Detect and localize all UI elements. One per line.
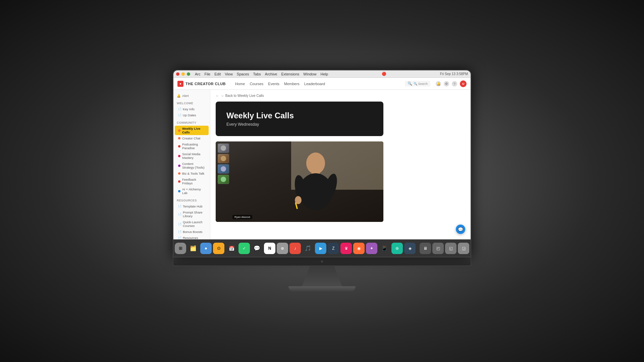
monitor-stand-base xyxy=(288,286,356,292)
menu-help[interactable]: Help xyxy=(320,72,328,76)
bell-icon[interactable]: 🔔 xyxy=(436,81,441,86)
content-area: ← ← Back to Weekly Live Calls Weekly Liv… xyxy=(210,90,471,239)
video-thumbnails xyxy=(218,143,229,184)
menu-archive[interactable]: Archive xyxy=(265,72,277,76)
dock-app1[interactable]: ● xyxy=(200,243,212,254)
nav-leaderboard[interactable]: Leaderboard xyxy=(304,82,325,86)
menu-spaces[interactable]: Spaces xyxy=(237,72,249,76)
dot-icon-creator xyxy=(178,137,180,139)
app-content: ● THE CREATOR CLUB Home Courses Events M… xyxy=(173,78,471,257)
dock-app8[interactable]: ♛ xyxy=(340,243,352,254)
video-thumb-1 xyxy=(218,143,229,153)
sidebar-alert[interactable]: 🔔 Alert xyxy=(173,93,210,99)
menu-edit[interactable]: Edit xyxy=(214,72,221,76)
sidebar-item-updates[interactable]: 📄 Up Dates xyxy=(175,112,209,118)
dock-app5[interactable]: ♪ xyxy=(289,243,301,254)
dot-icon-podcasting xyxy=(178,145,180,147)
search-bar[interactable]: 🔍 🔍 Search xyxy=(405,81,430,86)
dock-app14[interactable]: ◱ xyxy=(445,243,457,254)
dot-icon-content xyxy=(178,165,180,167)
sidebar-item-content-strategy[interactable]: Content Strategy (Tools) xyxy=(175,161,209,170)
dock-app4[interactable]: ⊕ xyxy=(277,243,288,254)
app-navbar: ● THE CREATOR CLUB Home Courses Events M… xyxy=(173,78,471,90)
dock-launchpad[interactable]: ⊞ xyxy=(175,243,186,254)
help-icon[interactable]: ? xyxy=(452,81,457,86)
sidebar-item-biz-tools[interactable]: Biz & Tools Talk xyxy=(175,171,209,176)
dot-icon-biz xyxy=(178,172,180,175)
dot-icon-ai xyxy=(178,190,180,192)
dock-finder[interactable]: 🍎 xyxy=(173,243,173,254)
sidebar-item-ai-alchemy[interactable]: AI + Alchemy Lab xyxy=(175,186,209,196)
sidebar-item-feedback[interactable]: Feedback Fridays xyxy=(175,177,209,186)
video-main: Ryan Alwood xyxy=(216,141,383,222)
minimize-button[interactable] xyxy=(181,72,185,76)
menu-tabs[interactable]: Tabs xyxy=(253,72,261,76)
hero-title: Weekly Live Calls xyxy=(226,111,373,121)
dock-whatsapp[interactable]: 📱 xyxy=(379,243,390,254)
dock-calendar[interactable]: 📅 xyxy=(226,243,237,254)
dot-icon-weekly xyxy=(178,129,180,132)
sidebar-item-template-hub[interactable]: 📄 Template Hub xyxy=(175,203,209,209)
search-label: 🔍 Search xyxy=(414,82,428,85)
dock-notion[interactable]: N xyxy=(264,243,275,254)
dock-messages[interactable]: 💬 xyxy=(251,243,263,254)
dock-app13[interactable]: ◰ xyxy=(432,243,444,254)
maximize-button[interactable] xyxy=(187,72,190,76)
hero-banner: Weekly Live Calls Every Wednesday xyxy=(216,102,383,136)
page-icon: 📄 xyxy=(178,108,181,111)
sidebar: 🔔 Alert Welcome 📄 Key Info 📄 Up Dates Co… xyxy=(173,90,210,239)
back-link[interactable]: ← ← Back to Weekly Live Calls xyxy=(216,94,465,98)
sidebar-item-social-media[interactable]: Social Media Mastery xyxy=(175,151,209,161)
app-logo: ● THE CREATOR CLUB xyxy=(177,81,226,87)
dock-app3[interactable]: ✓ xyxy=(238,243,250,254)
dock-app10[interactable]: ✦ xyxy=(366,243,377,254)
dock-app12[interactable]: ◈ xyxy=(404,243,416,254)
main-layout: 🔔 Alert Welcome 📄 Key Info 📄 Up Dates Co… xyxy=(173,90,471,239)
menu-window[interactable]: Window xyxy=(303,72,316,76)
monitor: Arc File Edit View Spaces Tabs Archive E… xyxy=(173,70,471,292)
dock-trash[interactable]: 🗑️ xyxy=(471,243,471,254)
nav-members[interactable]: Members xyxy=(284,82,300,86)
dock-files[interactable]: 🗂️ xyxy=(187,243,199,254)
nav-events[interactable]: Events xyxy=(268,82,279,86)
sidebar-item-weekly-live-calls[interactable]: Weekly Live Calls xyxy=(175,126,209,135)
dock-app15[interactable]: ◲ xyxy=(458,243,469,254)
mac-menu-bar: Arc File Edit View Spaces Tabs Archive E… xyxy=(195,72,328,76)
sidebar-item-prompt-library[interactable]: 📄 Prompt Share Library xyxy=(175,209,209,219)
video-container: Ryan Alwood xyxy=(216,141,383,222)
sidebar-item-quick-launch[interactable]: 📄 Quick-Launch Courses xyxy=(175,219,209,229)
system-time: Fri Sep 13 3:58PM xyxy=(440,72,468,76)
settings-icon[interactable]: ⚙ xyxy=(444,81,449,86)
dock-app9[interactable]: ◉ xyxy=(353,243,365,254)
menu-file[interactable]: File xyxy=(205,72,211,76)
logo-text: THE CREATOR CLUB xyxy=(185,82,226,86)
dock-app7[interactable]: Z xyxy=(328,243,339,254)
dock-app11[interactable]: ⊛ xyxy=(391,243,403,254)
nav-courses[interactable]: Courses xyxy=(250,82,263,86)
sidebar-item-podcasting[interactable]: Podcasting Paradise xyxy=(175,141,209,151)
video-thumb-2 xyxy=(218,154,229,163)
dock-app6[interactable]: ▶ xyxy=(315,243,326,254)
dock-app2[interactable]: ⊙ xyxy=(213,243,224,254)
page-icon-3: 📄 xyxy=(178,205,181,208)
nav-icon-group: 🔔 ⚙ ? U xyxy=(436,80,467,87)
macos-dock: 🍎 ⊞ 🗂️ ● ⊙ 📅 ✓ 💬 N ⊕ ♪ 🎵 ▶ Z ♛ ◉ ✦ 📱 ⊛ ◈ xyxy=(173,239,471,257)
user-avatar[interactable]: U xyxy=(460,80,467,87)
nav-home[interactable]: Home xyxy=(235,82,245,86)
back-arrow-icon: ← xyxy=(216,94,219,98)
sidebar-item-creator-chat[interactable]: Creator Chat xyxy=(175,135,209,141)
menu-arc[interactable]: Arc xyxy=(195,72,201,76)
menu-extensions[interactable]: Extensions xyxy=(281,72,300,76)
person-svg xyxy=(289,148,342,222)
chin-indicator xyxy=(321,260,323,262)
close-button[interactable] xyxy=(176,72,179,76)
sidebar-item-key-info[interactable]: 📄 Key Info xyxy=(175,106,209,112)
menu-view[interactable]: View xyxy=(225,72,233,76)
dock-screen[interactable]: 🖥 xyxy=(420,243,431,254)
page-icon-7: 📄 xyxy=(178,236,181,239)
chat-bubble-button[interactable]: 💬 xyxy=(456,225,465,234)
nav-links: Home Courses Events Members Leaderboard xyxy=(235,82,325,86)
sidebar-item-resources[interactable]: 📄 Resources xyxy=(175,235,209,239)
dock-music[interactable]: 🎵 xyxy=(302,243,314,254)
sidebar-item-bonus-boosts[interactable]: 📄 Bonus Boosts xyxy=(175,229,209,235)
